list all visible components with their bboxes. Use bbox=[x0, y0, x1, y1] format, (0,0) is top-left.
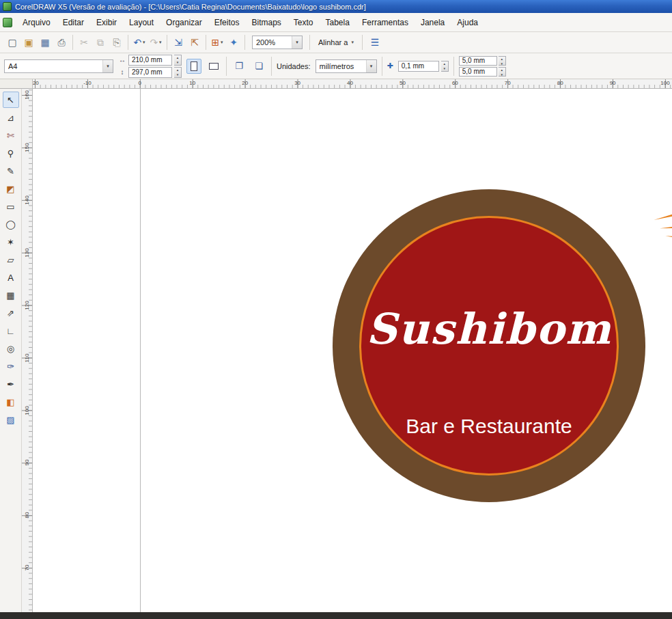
units-value: milímetros bbox=[320, 62, 363, 70]
color-eyedropper-tool[interactable]: ✑ bbox=[3, 358, 19, 374]
duplicate-y-spinner[interactable] bbox=[499, 67, 506, 77]
pick-arrow-icon: ↖ bbox=[7, 95, 14, 105]
welcome-screen-button[interactable]: ✦ bbox=[225, 34, 242, 51]
ruler-origin-corner bbox=[0, 79, 33, 89]
table-tool[interactable]: ▦ bbox=[3, 287, 19, 303]
import-button[interactable]: ⇲ bbox=[170, 34, 186, 51]
menu-item-organizar[interactable]: Organizar bbox=[160, 15, 208, 30]
zoom-level-value: 200% bbox=[256, 38, 289, 46]
paper-size-combobox[interactable]: A4 bbox=[4, 59, 113, 73]
pick-tool[interactable]: ↖ bbox=[3, 92, 19, 108]
parallel-dimension-tool[interactable]: ⇗ bbox=[3, 305, 19, 321]
current-page-button[interactable]: ❏ bbox=[251, 59, 266, 74]
blend-tool[interactable]: ◎ bbox=[3, 340, 19, 357]
paper-width-spinner[interactable] bbox=[174, 55, 182, 66]
print-button[interactable]: ⎙ bbox=[53, 34, 70, 51]
all-pages-icon: ❐ bbox=[235, 61, 243, 71]
toolbar-separator bbox=[309, 35, 310, 50]
toolbar-separator bbox=[72, 35, 73, 50]
vertical-ruler[interactable]: 160150140130120110100908070 bbox=[22, 89, 33, 612]
options-list-icon: ☰ bbox=[371, 38, 380, 47]
toolbar-separator bbox=[362, 35, 363, 50]
export-button[interactable]: ⇱ bbox=[186, 34, 203, 51]
units-label: Unidades: bbox=[277, 62, 311, 70]
undo-button[interactable]: ↶ bbox=[131, 34, 148, 51]
bottom-scrollbar[interactable] bbox=[0, 612, 672, 619]
fill-tool[interactable]: ◧ bbox=[3, 394, 19, 410]
nudge-spinner[interactable] bbox=[441, 61, 449, 72]
nudge-offset-icon: ✚ bbox=[387, 61, 393, 70]
snap-to-label: Alinhar a bbox=[318, 38, 348, 46]
menu-item-janela[interactable]: Janela bbox=[415, 15, 451, 30]
menu-item-ajuda[interactable]: Ajuda bbox=[451, 15, 484, 30]
options-button[interactable]: ☰ bbox=[367, 34, 383, 51]
title-bar[interactable]: CorelDRAW X5 (Versão de avaliação) - [C:… bbox=[0, 0, 672, 13]
menu-item-efeitos[interactable]: Efeitos bbox=[208, 15, 246, 30]
cut-button[interactable]: ✂ bbox=[76, 34, 92, 51]
application-launcher-button[interactable]: ⊞ bbox=[209, 34, 225, 51]
duplicate-x-field[interactable]: 5,0 mm bbox=[459, 56, 497, 66]
all-pages-button[interactable]: ❐ bbox=[232, 59, 247, 74]
ellipse-tool[interactable]: ◯ bbox=[3, 216, 19, 232]
menu-item-tabela[interactable]: Tabela bbox=[320, 15, 356, 30]
copy-button[interactable]: ⧉ bbox=[92, 34, 109, 51]
ruler-label: 120 bbox=[24, 300, 31, 310]
outline-pen-tool[interactable]: ✒ bbox=[3, 376, 19, 392]
ruler-label: 70 bbox=[24, 563, 31, 573]
snap-to-button[interactable]: Alinhar a bbox=[314, 36, 358, 49]
ruler-label: 30 bbox=[294, 80, 300, 86]
crop-tool[interactable]: ✄ bbox=[3, 127, 19, 143]
save-button[interactable]: ▦ bbox=[37, 34, 53, 51]
menu-item-ferramentas[interactable]: Ferramentas bbox=[356, 15, 415, 30]
new-document-button[interactable]: ▢ bbox=[4, 34, 20, 51]
rectangle-tool[interactable]: ▭ bbox=[3, 198, 19, 215]
paper-height-field[interactable]: 297,0 mm bbox=[128, 67, 172, 78]
open-button[interactable]: ▣ bbox=[20, 34, 37, 51]
menu-item-arquivo[interactable]: Arquivo bbox=[16, 15, 57, 30]
ruler-label: 0 bbox=[139, 80, 141, 86]
shape-node-icon: ⊿ bbox=[7, 113, 14, 123]
welcome-screen-icon: ✦ bbox=[229, 38, 238, 47]
menu-item-editar[interactable]: Editar bbox=[57, 15, 90, 30]
chevron-down-icon bbox=[221, 40, 223, 45]
portrait-orientation-button[interactable] bbox=[186, 59, 201, 74]
menu-item-layout[interactable]: Layout bbox=[123, 15, 160, 30]
freehand-tool[interactable]: ✎ bbox=[3, 163, 19, 179]
redo-button[interactable]: ↷ bbox=[148, 34, 164, 51]
horizontal-ruler[interactable]: -20-100102030405060708090100 bbox=[33, 79, 672, 89]
text-tool[interactable]: A bbox=[3, 269, 19, 286]
duplicate-y-field[interactable]: 5,0 mm bbox=[459, 67, 497, 77]
orange-decor-stroke bbox=[665, 233, 672, 243]
ruler-label: 90 bbox=[610, 80, 616, 86]
polygon-tool[interactable]: ✶ bbox=[3, 234, 19, 250]
zoom-level-combobox[interactable]: 200% bbox=[252, 36, 303, 49]
undo-arrow-icon: ↶ bbox=[133, 38, 141, 47]
ruler-label: 140 bbox=[24, 195, 31, 205]
paper-height-spinner[interactable] bbox=[174, 67, 182, 78]
duplicate-x-spinner[interactable] bbox=[499, 56, 506, 66]
copy-icon: ⧉ bbox=[97, 38, 104, 47]
window-title: CorelDRAW X5 (Versão de avaliação) - [C:… bbox=[15, 3, 366, 11]
zoom-tool[interactable]: ⚲ bbox=[3, 145, 19, 161]
smart-fill-tool[interactable]: ◩ bbox=[3, 180, 19, 197]
document-icon bbox=[3, 18, 12, 27]
menu-item-bitmaps[interactable]: Bitmaps bbox=[245, 15, 287, 30]
logo-group[interactable]: Sushibom Bar e Restaurante bbox=[333, 189, 645, 502]
shape-tool[interactable]: ⊿ bbox=[3, 109, 19, 126]
ruler-label: 150 bbox=[24, 142, 31, 152]
toolbar-separator bbox=[167, 35, 167, 50]
standard-toolbar-buttons: ▢▣▦⎙✂⧉⎘↶↷⇲⇱⊞✦ bbox=[4, 34, 248, 51]
nudge-offset-field[interactable]: 0,1 mm bbox=[398, 61, 439, 72]
units-combobox[interactable]: milímetros bbox=[316, 59, 377, 73]
landscape-orientation-button[interactable] bbox=[206, 59, 221, 74]
paste-button[interactable]: ⎘ bbox=[109, 34, 125, 51]
basic-shapes-tool[interactable]: ▱ bbox=[3, 251, 19, 268]
drawing-canvas[interactable]: Sushibom Bar e Restaurante bbox=[33, 89, 672, 612]
straight-line-connector-tool[interactable]: ∟ bbox=[3, 322, 19, 339]
paper-width-field[interactable]: 210,0 mm bbox=[128, 55, 172, 66]
interactive-fill-tool[interactable]: ▨ bbox=[3, 411, 19, 428]
menu-item-texto[interactable]: Texto bbox=[288, 15, 320, 30]
menu-item-exibir[interactable]: Exibir bbox=[90, 15, 123, 30]
save-icon: ▦ bbox=[40, 38, 49, 47]
application-window: CorelDRAW X5 (Versão de avaliação) - [C:… bbox=[0, 0, 672, 619]
